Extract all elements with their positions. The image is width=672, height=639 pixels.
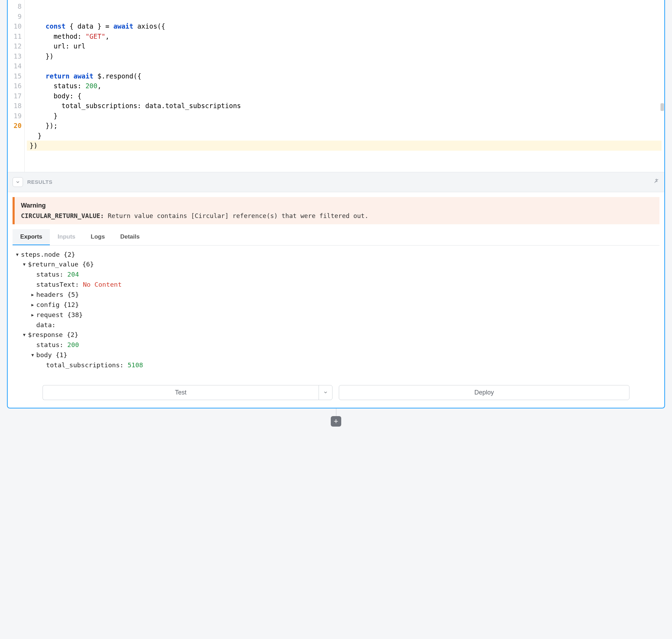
code-line[interactable]: status: 200, [27,81,662,91]
caret-icon[interactable] [16,250,21,260]
step-connector: + [7,408,665,427]
tree-row[interactable]: status: 204 [16,270,656,280]
tab-inputs[interactable]: Inputs [50,229,83,245]
line-number: 19 [12,111,22,121]
caret-icon[interactable] [31,310,36,320]
code-line[interactable]: url: url [27,41,662,51]
line-number: 20 [12,121,22,131]
tree-row[interactable]: data: [16,320,656,330]
tree-row[interactable]: headers {5} [16,290,656,300]
line-number: 13 [12,51,22,61]
warning-title: Warning [21,202,653,209]
caret-icon[interactable] [23,260,28,270]
warning-banner: Warning CIRCULAR_RETURN_VALUE: Return va… [13,197,659,224]
deploy-button[interactable]: Deploy [339,385,629,400]
tree-row[interactable]: status: 200 [16,340,656,350]
tree-row[interactable]: config {12} [16,300,656,310]
unpin-icon [653,178,659,184]
caret-icon[interactable] [31,350,36,360]
code-line[interactable]: }) [27,141,662,151]
code-line[interactable]: method: "GET", [27,31,662,42]
tree-row[interactable]: total_subscriptions: 5108 [16,360,656,370]
code-line[interactable]: const { data } = await axios({ [27,21,662,31]
tree-row[interactable]: steps.node {2} [16,250,656,260]
test-button[interactable]: Test [43,385,319,400]
line-number: 10 [12,21,22,31]
code-line[interactable] [27,61,662,71]
code-line[interactable]: }); [27,121,662,131]
code-line[interactable]: } [27,111,662,121]
results-header: RESULTS [8,172,664,192]
tree-row[interactable]: $return_value {6} [16,260,656,270]
line-number: 11 [12,31,22,42]
line-number: 8 [12,1,22,12]
results-title: RESULTS [27,179,52,185]
results-header-left: RESULTS [13,177,52,187]
add-step-button[interactable]: + [331,416,341,427]
line-number-gutter: 891011121314151617181920 [8,0,24,172]
tree-row[interactable]: statusText: No Content [16,280,656,290]
warning-message: Return value contains [Circular] referen… [104,212,368,219]
code-line[interactable]: body: { [27,91,662,101]
line-number: 18 [12,101,22,111]
tab-details[interactable]: Details [113,229,147,245]
caret-icon[interactable] [23,330,28,340]
test-button-group: Test [43,385,333,400]
tab-exports[interactable]: Exports [13,229,50,245]
chevron-down-icon [15,180,20,185]
pin-button[interactable] [653,178,659,186]
line-number: 12 [12,41,22,51]
code-line[interactable]: total_subscriptions: data.total_subscrip… [27,101,662,111]
results-tabs: ExportsInputsLogsDetails [13,229,659,246]
connector-line [336,408,336,416]
footer-actions: Test Deploy [8,379,664,408]
code-line[interactable]: } [27,131,662,141]
line-number: 14 [12,61,22,71]
workflow-step-card: 891011121314151617181920 const { data } … [7,0,665,408]
collapse-results-button[interactable] [13,177,23,187]
line-number: 16 [12,81,22,91]
test-dropdown-button[interactable] [319,385,333,400]
code-line[interactable]: }) [27,51,662,61]
line-number: 15 [12,71,22,81]
caret-icon[interactable] [31,290,36,300]
chevron-down-icon [323,390,328,395]
code-line[interactable]: return await $.respond({ [27,71,662,81]
caret-icon[interactable] [31,300,36,310]
tree-row[interactable]: $response {2} [16,330,656,340]
tree-row[interactable]: body {1} [16,350,656,360]
tab-logs[interactable]: Logs [83,229,113,245]
line-number: 17 [12,91,22,101]
tree-row[interactable]: request {38} [16,310,656,320]
warning-code: CIRCULAR_RETURN_VALUE: [21,212,104,219]
warning-body: CIRCULAR_RETURN_VALUE: Return value cont… [21,212,653,219]
line-number: 9 [12,12,22,22]
exports-tree[interactable]: steps.node {2}$return_value {6}status: 2… [8,246,664,379]
code-editor[interactable]: 891011121314151617181920 const { data } … [8,0,664,172]
scrollbar-thumb[interactable] [660,103,664,111]
code-content[interactable]: const { data } = await axios({ method: "… [24,0,664,172]
